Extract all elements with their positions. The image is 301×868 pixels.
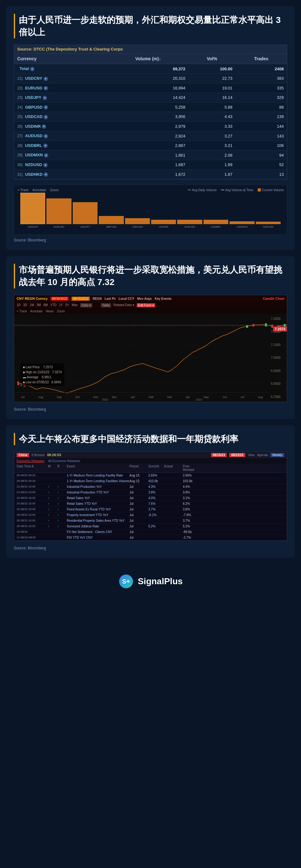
- trades-cell: 52: [235, 160, 287, 170]
- eco-m: ↑: [48, 485, 57, 489]
- x-jun-23: Jun: [222, 396, 227, 399]
- eco-agenda[interactable]: Agenda: [257, 453, 268, 457]
- eco-surv: 4.3%: [148, 485, 164, 489]
- trades-cell: 143: [235, 131, 287, 141]
- x-aug-22: Aug: [38, 396, 43, 399]
- y-label-6700: 6.7000: [271, 395, 286, 399]
- table-row: 28) USDBRL ▼ 2,867 3.21 106: [14, 141, 287, 150]
- eco-event-name[interactable]: FDI YTD YoY CNY: [67, 536, 130, 539]
- section-2: 市场普遍预期人民银行将进一步采取宽松措施，美元兑人民币有望挑战去年 10 月的高…: [6, 256, 295, 419]
- eco-event-name[interactable]: Surveyed Jobless Rate: [67, 525, 130, 528]
- eco-time: 08:26:53: [47, 453, 61, 457]
- x-jul-23: Jul: [240, 396, 244, 399]
- eco-prior: 2.65%: [183, 474, 202, 477]
- col-prior: Prior Revised: [183, 465, 202, 471]
- bar-nzdusd: [256, 222, 280, 224]
- trades-cell: 139: [235, 112, 287, 122]
- x-jul-22: Jul: [21, 396, 25, 399]
- candle-annotate[interactable]: Annotate: [30, 310, 43, 313]
- eco-row: 28 08/15 09:20 1-Yr Medium-Term Lending …: [14, 473, 287, 478]
- eco-prior: 3.7%: [183, 519, 202, 522]
- volpct-cell: 4.43: [189, 112, 235, 122]
- eco-event-name[interactable]: 1-Yr Medium-Term Lending Facility Rate: [67, 474, 130, 477]
- info-low: ■ Low on 07/05/22 6.6845: [23, 380, 62, 385]
- eco-datetime: 28 08/15 10:00: [16, 513, 48, 517]
- period-max[interactable]: Max: [72, 303, 78, 307]
- total-volume: 89,372: [108, 64, 189, 74]
- bar-label-nzdusd: NZDUSD: [263, 225, 273, 228]
- bar-group: EURUSD: [46, 198, 71, 228]
- period-5y[interactable]: 5Y: [66, 303, 69, 307]
- footer: S+ SignalPlus: [6, 564, 295, 599]
- trades-cell: 144: [235, 122, 287, 131]
- period-3d[interactable]: 3D: [23, 303, 27, 307]
- eco-period: Aug 15: [130, 474, 148, 477]
- candle-news[interactable]: News: [46, 310, 54, 313]
- eco-browse[interactable]: 6 Browse: [32, 453, 45, 457]
- candle-track[interactable]: + Track: [16, 310, 27, 313]
- eco-event-name[interactable]: Industrial Production YoY: [67, 485, 130, 489]
- volpct-cell: 5.88: [189, 102, 235, 112]
- table-row: 24) GBPUSD ▼ 5,258 5.88 88: [14, 102, 287, 112]
- eco-event-name[interactable]: Industrial Production YTD YoY: [67, 491, 130, 494]
- period-6m[interactable]: 6M: [43, 303, 48, 307]
- bar-usdinr: [151, 220, 176, 224]
- bar-group: USDCAD: [125, 218, 150, 228]
- trades-cell: 329: [235, 93, 287, 103]
- related-data[interactable]: Related Data ▾: [113, 303, 134, 307]
- candle-zoom[interactable]: Zoom: [57, 310, 65, 313]
- bar-label-usdcad: USDCAD: [132, 225, 143, 228]
- eco-event-name[interactable]: 1-Yr Medium-Term Lending Facilities Volu…: [67, 479, 130, 483]
- bar-label-gbpusd: GBPUSD: [106, 225, 116, 228]
- table-row: 21) USDCNY ▼ 20,310 22.73 383: [14, 73, 287, 83]
- eco-event-name[interactable]: Retail Sales YTD YoY: [67, 502, 130, 505]
- zoom-btn[interactable]: Zoom: [50, 188, 59, 192]
- bar-label-usdcny: USDCNY: [28, 225, 38, 228]
- eco-tab-economic[interactable]: Economic Releases: [16, 459, 44, 463]
- eco-event-name[interactable]: Retail Sales YoY: [67, 496, 130, 500]
- period-ytd[interactable]: YTD: [50, 303, 57, 307]
- period-1y[interactable]: 1Y: [59, 303, 63, 307]
- eco-prior: -7.9%: [183, 513, 202, 517]
- section1-source: Source: Bloomberg: [14, 238, 287, 242]
- candle-local: Local CCY: [119, 297, 134, 301]
- period-1d[interactable]: 1D: [16, 303, 21, 307]
- eco-r: ↑: [57, 496, 67, 500]
- annotate-btn[interactable]: Annotate: [32, 188, 46, 192]
- x-oct-22: Oct: [75, 396, 80, 399]
- col-surv: Surv(H): [148, 465, 164, 471]
- table-row: 26) USDINR ▼ 2,979 3.33 144: [14, 122, 287, 131]
- eco-datetime: 12 08/15-08/18: [16, 536, 48, 539]
- eco-event-name[interactable]: Property Investment YTD YoY: [67, 513, 130, 517]
- period-1m[interactable]: 1M: [30, 303, 34, 307]
- eco-period: Jul: [130, 513, 148, 517]
- volpct-cell: 19.01: [189, 83, 235, 93]
- bar-eurusd: [46, 198, 71, 224]
- edit-form-btn[interactable]: Edit Form ▾: [137, 303, 155, 307]
- table-row: 30) NZDUSD ▼ 1,687 1.89 52: [14, 160, 287, 170]
- table-row: 23) USDJPY ▼ 14,424 16.14 329: [14, 93, 287, 103]
- eco-event-name[interactable]: FX Net Settlement - Clients CNY: [67, 530, 130, 534]
- trades-cell: 335: [235, 83, 287, 93]
- brand-name: SignalPlus: [138, 577, 182, 586]
- volume-cell: 1,687: [108, 160, 189, 170]
- bar-chart-bars: USDCNYEURUSDUSDJPYGBPUSDUSDCADUSDINRAUDU…: [17, 194, 284, 228]
- trades-cell: 13: [235, 169, 287, 179]
- eco-surv: 3.8%: [148, 491, 164, 494]
- table-btn[interactable]: Table: [101, 303, 111, 307]
- eco-period: Jul: [130, 491, 148, 494]
- legend-current: Current Volume: [258, 188, 284, 192]
- eco-view[interactable]: View: [248, 453, 255, 457]
- eco-weekly[interactable]: Weekly: [270, 453, 285, 457]
- eco-event-name[interactable]: Fixed Assets Ex Rural YTD YoY: [67, 507, 130, 511]
- col-trades: Trades: [235, 54, 287, 64]
- eco-tab-all[interactable]: All Economic Releases: [48, 459, 80, 463]
- period-3m[interactable]: 3M: [37, 303, 41, 307]
- volume-cell: 3,956: [108, 112, 189, 122]
- track-btn[interactable]: + Track: [17, 188, 29, 192]
- period-daily[interactable]: Daily ▾: [80, 303, 92, 307]
- bar-audusd: [177, 220, 202, 224]
- legend-avg-daily-label: Avg Daily Volume: [192, 188, 216, 192]
- eco-event-name[interactable]: Residential Property Sales Area YTD YoY: [67, 519, 130, 522]
- eco-r: ↑: [57, 507, 67, 511]
